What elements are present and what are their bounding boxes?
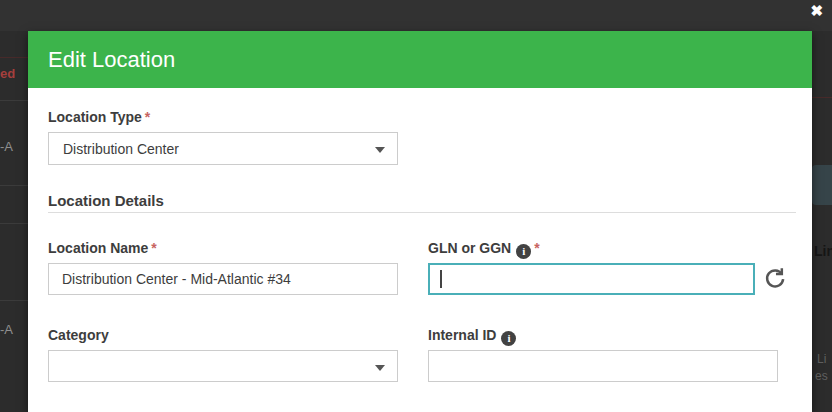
- location-name-label: Location Name*: [48, 240, 157, 256]
- background-divider: [0, 57, 28, 58]
- internal-id-label-text: Internal ID: [428, 327, 496, 343]
- screen: { "chrome": { "close_icon": "✖" }, "back…: [0, 0, 832, 412]
- internal-id-input[interactable]: [428, 350, 778, 382]
- background-divider: [0, 223, 28, 224]
- background-divider: [812, 97, 832, 98]
- background-divider: [0, 300, 28, 301]
- location-name-input[interactable]: [48, 263, 398, 295]
- modal-body: Location Type* Distribution Center Locat…: [28, 88, 812, 412]
- location-type-select[interactable]: Distribution Center: [48, 132, 398, 165]
- background-button-fragment: [812, 165, 832, 205]
- chevron-down-icon: [375, 365, 385, 371]
- category-label-text: Category: [48, 327, 109, 343]
- background-text-fragment: -A: [0, 322, 13, 337]
- required-asterisk: *: [534, 240, 539, 256]
- category-label: Category: [48, 327, 109, 343]
- info-icon[interactable]: i: [516, 244, 531, 259]
- section-divider: [48, 212, 796, 213]
- text-cursor: [440, 270, 442, 288]
- background-text-fragment: Lin: [814, 243, 832, 259]
- category-select[interactable]: [48, 350, 398, 382]
- required-asterisk: *: [145, 109, 150, 125]
- edit-location-modal: Edit Location Location Type* Distributio…: [28, 31, 812, 412]
- background-topbar: [0, 0, 832, 31]
- location-type-value: Distribution Center: [63, 141, 179, 157]
- location-details-heading: Location Details: [48, 192, 164, 209]
- gln-label-text: GLN or GGN: [428, 240, 511, 256]
- info-icon[interactable]: i: [501, 331, 516, 346]
- close-icon[interactable]: ✖: [810, 1, 823, 21]
- gln-label: GLN or GGNi*: [428, 240, 540, 259]
- refresh-gln-button[interactable]: [762, 265, 788, 291]
- background-divider: [0, 100, 28, 101]
- location-type-label: Location Type*: [48, 109, 150, 125]
- modal-header: Edit Location: [28, 31, 812, 88]
- internal-id-label: Internal IDi: [428, 327, 516, 346]
- chevron-down-icon: [375, 147, 385, 153]
- background-text-fragment: -A: [0, 139, 13, 154]
- gln-input[interactable]: [428, 263, 755, 295]
- location-name-label-text: Location Name: [48, 240, 148, 256]
- modal-title: Edit Location: [48, 47, 175, 73]
- refresh-icon: [762, 265, 788, 291]
- background-text-fragment: es: [815, 369, 828, 383]
- location-type-label-text: Location Type: [48, 109, 142, 125]
- background-text-fragment: ed: [0, 66, 15, 81]
- background-divider: [0, 185, 28, 186]
- required-asterisk: *: [151, 240, 156, 256]
- background-text-fragment: Li: [817, 352, 826, 366]
